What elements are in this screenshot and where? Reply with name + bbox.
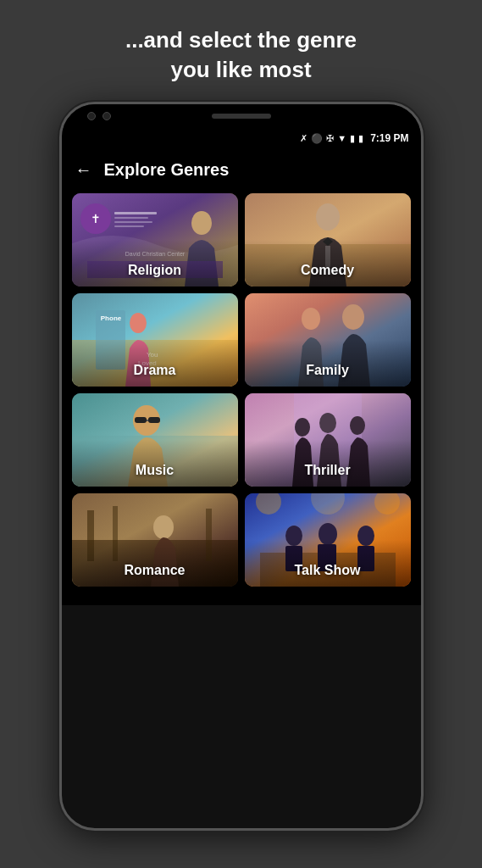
svg-rect-25 — [72, 436, 238, 487]
page-title: ...and select the genre you like most — [91, 0, 391, 102]
svg-text:✝: ✝ — [91, 212, 101, 225]
svg-point-18 — [130, 313, 147, 333]
sync-icon: ✠ — [326, 133, 334, 144]
app-content: ← Explore Genres — [62, 148, 421, 605]
genre-label-talkshow: Talk Show — [245, 563, 411, 578]
back-button[interactable]: ← — [75, 160, 92, 180]
wifi-icon: ▼ — [337, 133, 346, 143]
app-header: ← Explore Genres — [62, 148, 421, 190]
explore-genres-title: Explore Genres — [104, 160, 230, 180]
svg-rect-29 — [147, 420, 148, 421]
camera-lens-2 — [102, 112, 111, 120]
svg-point-22 — [302, 308, 320, 330]
phone-top-bar — [62, 104, 421, 128]
svg-rect-5 — [114, 217, 148, 219]
svg-point-40 — [153, 515, 174, 539]
bluetooth-icon: ✗ — [300, 133, 307, 144]
camera-lens-1 — [87, 112, 96, 120]
genre-label-family: Family — [245, 363, 411, 378]
phone-cameras — [87, 112, 111, 120]
phone-speaker — [212, 114, 271, 119]
svg-point-23 — [342, 304, 364, 330]
genre-card-thriller[interactable]: Thriller — [245, 393, 411, 487]
genre-label-religion: Religion — [72, 263, 238, 278]
svg-rect-27 — [135, 417, 147, 423]
svg-point-50 — [357, 526, 374, 546]
signal-icon: ▮ — [350, 133, 355, 144]
genre-card-religion[interactable]: ✝ David Christian Center Religion — [72, 193, 238, 287]
genre-label-drama: Drama — [72, 363, 238, 378]
battery-icon: ▮ — [358, 133, 363, 144]
genre-label-thriller: Thriller — [245, 463, 411, 478]
svg-text:David Christian Center: David Christian Center — [125, 251, 185, 257]
genres-grid: ✝ David Christian Center Religion — [62, 190, 421, 597]
dnd-icon: ⚫ — [311, 133, 323, 144]
genre-card-drama[interactable]: Phone You Loved Drama — [72, 293, 238, 387]
genre-label-romance: Romance — [72, 563, 238, 578]
svg-rect-28 — [148, 417, 160, 423]
svg-point-1 — [191, 211, 212, 235]
svg-point-46 — [285, 526, 302, 546]
svg-rect-37 — [87, 510, 94, 561]
phone-side-button — [421, 274, 424, 325]
svg-text:Phone: Phone — [100, 314, 121, 322]
svg-point-12 — [316, 203, 340, 231]
status-bar: ✗ ⚫ ✠ ▼ ▮ ▮ 7:19 PM — [62, 128, 421, 148]
svg-rect-38 — [113, 506, 118, 561]
genre-card-talkshow[interactable]: Talk Show — [245, 493, 411, 587]
svg-point-48 — [319, 523, 337, 545]
svg-rect-4 — [114, 212, 157, 214]
genre-card-music[interactable]: Music — [72, 393, 238, 487]
status-icons: ✗ ⚫ ✠ ▼ ▮ ▮ — [300, 133, 363, 144]
svg-rect-6 — [114, 221, 152, 223]
phone-frame: ✗ ⚫ ✠ ▼ ▮ ▮ 7:19 PM ← Explore Genres — [59, 102, 424, 831]
genre-label-comedy: Comedy — [245, 263, 411, 278]
genre-card-comedy[interactable]: Comedy — [245, 193, 411, 287]
genre-card-family[interactable]: Family — [245, 293, 411, 387]
svg-rect-7 — [114, 225, 144, 227]
svg-rect-39 — [206, 509, 212, 561]
status-time: 7:19 PM — [370, 132, 408, 144]
genre-label-music: Music — [72, 463, 238, 478]
svg-point-32 — [295, 418, 310, 437]
svg-point-34 — [350, 416, 365, 435]
svg-point-33 — [319, 413, 336, 433]
svg-text:You: You — [147, 351, 158, 359]
genre-card-romance[interactable]: Romance — [72, 493, 238, 587]
